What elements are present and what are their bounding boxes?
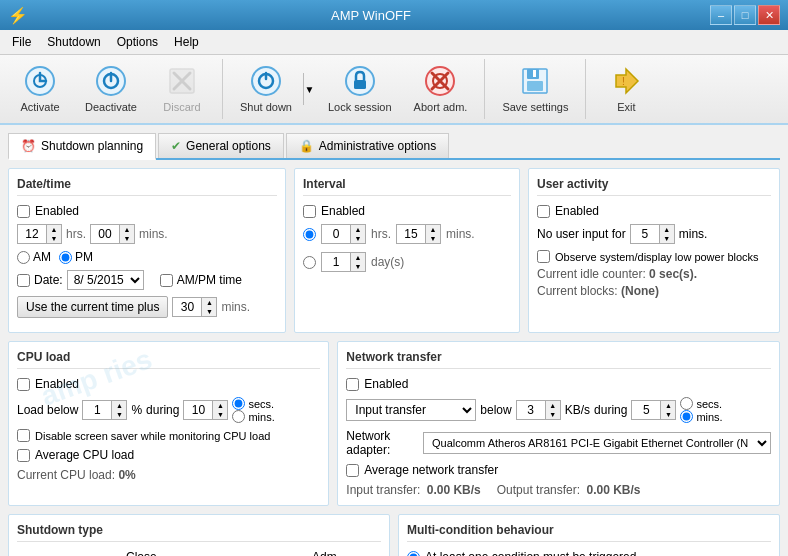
mins-up[interactable]: ▲ bbox=[120, 225, 134, 234]
plus-mins-spinbox[interactable]: ▲ ▼ bbox=[172, 297, 217, 317]
cpu-enabled-checkbox[interactable] bbox=[17, 378, 30, 391]
mins-down[interactable]: ▼ bbox=[120, 234, 134, 243]
interval-days-down[interactable]: ▼ bbox=[351, 262, 365, 271]
pm-radio[interactable] bbox=[59, 251, 72, 264]
interval-mins-up[interactable]: ▲ bbox=[426, 225, 440, 234]
idle-counter-row: Current idle counter: 0 sec(s). bbox=[537, 267, 771, 281]
plus-mins-input[interactable] bbox=[173, 298, 201, 316]
network-below-up[interactable]: ▲ bbox=[546, 401, 560, 410]
close-button[interactable]: ✕ bbox=[758, 5, 780, 25]
current-blocks-value: (None) bbox=[621, 284, 659, 298]
minimize-button[interactable]: – bbox=[710, 5, 732, 25]
net-mins-radio[interactable] bbox=[680, 410, 693, 423]
shutdown-button[interactable]: Shut down bbox=[231, 60, 301, 118]
network-during-spinbox[interactable]: ▲ ▼ bbox=[631, 400, 676, 420]
interval-hrs-spinbox[interactable]: ▲ ▼ bbox=[321, 224, 366, 244]
network-during-input[interactable] bbox=[632, 401, 660, 419]
abort-button[interactable]: Abort adm. bbox=[405, 60, 477, 118]
cpu-average-checkbox[interactable] bbox=[17, 449, 30, 462]
interval-hrs-down[interactable]: ▼ bbox=[351, 234, 365, 243]
maximize-button[interactable]: □ bbox=[734, 5, 756, 25]
mins-spinbox[interactable]: ▲ ▼ bbox=[90, 224, 135, 244]
cpu-during-spinbox[interactable]: ▲ ▼ bbox=[183, 400, 228, 420]
noinput-down[interactable]: ▼ bbox=[660, 234, 674, 243]
interval-hrs-row: ▲ ▼ hrs. ▲ ▼ mins. bbox=[303, 224, 511, 244]
date-select[interactable]: 8/ 5/2015 bbox=[67, 270, 144, 290]
cpu-during-input[interactable] bbox=[184, 401, 212, 419]
interval-days-radio[interactable] bbox=[303, 256, 316, 269]
window-controls: – □ ✕ bbox=[710, 5, 780, 25]
interval-enabled-checkbox[interactable] bbox=[303, 205, 316, 218]
hours-up[interactable]: ▲ bbox=[47, 225, 61, 234]
network-below-input[interactable] bbox=[517, 401, 545, 419]
hours-spinbox[interactable]: ▲ ▼ bbox=[17, 224, 62, 244]
useractivity-enabled-checkbox[interactable] bbox=[537, 205, 550, 218]
interval-hrs-input[interactable] bbox=[322, 225, 350, 243]
interval-hrs-up[interactable]: ▲ bbox=[351, 225, 365, 234]
exit-button[interactable]: ! Exit bbox=[594, 60, 658, 118]
datetime-enabled-checkbox[interactable] bbox=[17, 205, 30, 218]
mins-input[interactable] bbox=[91, 225, 119, 243]
save-settings-label: Save settings bbox=[502, 101, 568, 113]
tab-general-options[interactable]: ✔ General options bbox=[158, 133, 284, 158]
save-settings-button[interactable]: Save settings bbox=[493, 60, 577, 118]
net-secs-radio[interactable] bbox=[680, 397, 693, 410]
interval-mins-spinbox[interactable]: ▲ ▼ bbox=[396, 224, 441, 244]
cpu-mins-radio[interactable] bbox=[232, 410, 245, 423]
output-transfer-label: Output transfer: 0.00 KB/s bbox=[497, 483, 641, 497]
adapter-select[interactable]: Qualcomm Atheros AR8161 PCI-E Gigabit Et… bbox=[423, 432, 771, 454]
date-checkbox[interactable] bbox=[17, 274, 30, 287]
network-below-down[interactable]: ▼ bbox=[546, 410, 560, 419]
interval-days-spinbox[interactable]: ▲ ▼ bbox=[321, 252, 366, 272]
shutdown-label: Shut down bbox=[240, 101, 292, 113]
time-input-row: ▲ ▼ hrs. ▲ ▼ mins. bbox=[17, 224, 277, 244]
cpu-screensaver-checkbox[interactable] bbox=[17, 429, 30, 442]
menu-shutdown[interactable]: Shutdown bbox=[39, 32, 108, 52]
average-network-checkbox[interactable] bbox=[346, 464, 359, 477]
menu-file[interactable]: File bbox=[4, 32, 39, 52]
network-during-up[interactable]: ▲ bbox=[661, 401, 675, 410]
menu-help[interactable]: Help bbox=[166, 32, 207, 52]
cpu-secs-radio[interactable] bbox=[232, 397, 245, 410]
interval-mins-down[interactable]: ▼ bbox=[426, 234, 440, 243]
observe-checkbox[interactable] bbox=[537, 250, 550, 263]
mc-atleastone-label: At least one condition must be triggered bbox=[425, 550, 636, 556]
network-during-down[interactable]: ▼ bbox=[661, 410, 675, 419]
network-below-spinbox[interactable]: ▲ ▼ bbox=[516, 400, 561, 420]
cpu-load-up[interactable]: ▲ bbox=[112, 401, 126, 410]
plus-mins-down[interactable]: ▼ bbox=[202, 307, 216, 316]
discard-button[interactable]: Discard bbox=[150, 60, 214, 118]
cpu-load-input[interactable] bbox=[83, 401, 111, 419]
deactivate-button[interactable]: Deactivate bbox=[76, 60, 146, 118]
use-current-btn[interactable]: Use the current time plus bbox=[17, 296, 168, 318]
cpu-during-down[interactable]: ▼ bbox=[213, 410, 227, 419]
tab-admin-options[interactable]: 🔒 Administrative options bbox=[286, 133, 449, 158]
cpu-current-value: 0% bbox=[118, 468, 135, 482]
lock-session-button[interactable]: Lock session bbox=[319, 60, 401, 118]
transfer-type-select[interactable]: Input transfer Output transfer Combined … bbox=[346, 399, 476, 421]
cpu-during-up[interactable]: ▲ bbox=[213, 401, 227, 410]
toolbar-sep-2 bbox=[484, 59, 485, 119]
activate-button[interactable]: Activate bbox=[8, 60, 72, 118]
hours-down[interactable]: ▼ bbox=[47, 234, 61, 243]
interval-hrs-radio[interactable] bbox=[303, 228, 316, 241]
cpu-load-down[interactable]: ▼ bbox=[112, 410, 126, 419]
mc-atleastone-radio[interactable] bbox=[407, 551, 420, 557]
cpu-load-spinbox[interactable]: ▲ ▼ bbox=[82, 400, 127, 420]
ampmtime-checkbox[interactable] bbox=[160, 274, 173, 287]
interval-days-up[interactable]: ▲ bbox=[351, 253, 365, 262]
noinput-up[interactable]: ▲ bbox=[660, 225, 674, 234]
menu-options[interactable]: Options bbox=[109, 32, 166, 52]
ampm-row: AM PM bbox=[17, 250, 277, 264]
network-enabled-checkbox[interactable] bbox=[346, 378, 359, 391]
plus-mins-up[interactable]: ▲ bbox=[202, 298, 216, 307]
interval-days-input[interactable] bbox=[322, 253, 350, 271]
noinput-spinbox[interactable]: ▲ ▼ bbox=[630, 224, 675, 244]
shutdown-dropdown-arrow[interactable]: ▼ bbox=[303, 73, 315, 105]
tab-shutdown-planning[interactable]: ⏰ Shutdown planning bbox=[8, 133, 156, 160]
am-radio[interactable] bbox=[17, 251, 30, 264]
hours-input[interactable] bbox=[18, 225, 46, 243]
interval-mins-input[interactable] bbox=[397, 225, 425, 243]
noinput-input[interactable] bbox=[631, 225, 659, 243]
network-enabled-row: Enabled bbox=[346, 377, 771, 391]
